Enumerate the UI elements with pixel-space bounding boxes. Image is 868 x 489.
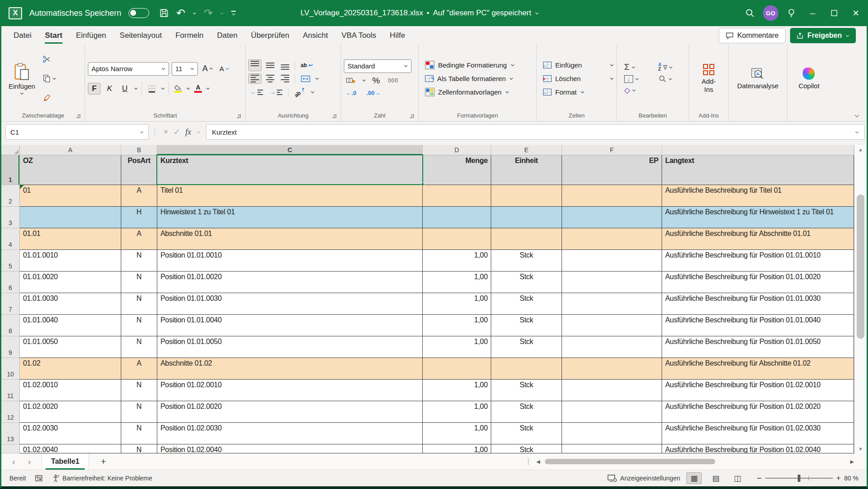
delete-cells-button[interactable]: ×Löschen <box>543 73 614 84</box>
cell-F2[interactable] <box>562 185 662 207</box>
dialog-launcher-icon[interactable] <box>410 114 414 118</box>
cell-E1[interactable]: Einheit <box>491 155 562 185</box>
cell-F13[interactable] <box>562 423 662 444</box>
clear-button[interactable]: ◇ <box>624 86 652 95</box>
zoom-out-button[interactable]: − <box>757 474 762 483</box>
accounting-format-button[interactable] <box>344 76 357 85</box>
macro-record-icon[interactable] <box>34 474 43 483</box>
cell-B1[interactable]: PosArt <box>121 155 157 185</box>
cell-A1[interactable]: OZ <box>20 155 121 185</box>
dropdown-chevron[interactable] <box>134 86 137 90</box>
column-header-B[interactable]: B <box>121 145 157 155</box>
cell-C10[interactable]: Abschnitte 01.02 <box>157 358 423 380</box>
row-header-1[interactable]: 1 <box>1 155 20 185</box>
cell-E7[interactable]: Stck <box>491 293 562 315</box>
cell-F10[interactable] <box>562 358 662 380</box>
cell-D5[interactable]: 1,00 <box>423 250 491 272</box>
cell-B7[interactable]: N <box>121 293 157 315</box>
increase-decimal-button[interactable]: ←.0 <box>344 89 358 97</box>
cell-A3[interactable] <box>20 207 121 228</box>
next-sheet-icon[interactable]: › <box>28 457 31 467</box>
column-header-A[interactable]: A <box>20 145 121 155</box>
decrease-indent-button[interactable]: ← <box>248 88 265 96</box>
cell-B5[interactable]: N <box>121 250 157 272</box>
maximize-button[interactable] <box>823 0 845 26</box>
zoom-level[interactable]: 80 % <box>844 475 859 482</box>
format-as-table-button[interactable]: ✎ Als Tabelle formatieren <box>425 73 534 84</box>
row-header-12[interactable]: 12 <box>1 401 20 423</box>
tab-daten[interactable]: Daten <box>210 26 244 45</box>
grow-font-button[interactable]: A <box>201 63 215 74</box>
cell-B10[interactable]: A <box>121 358 157 380</box>
cell-G13[interactable]: Ausführliche Beschreibung für Position 0… <box>662 423 854 444</box>
dropdown-chevron[interactable] <box>511 63 514 66</box>
cell-A11[interactable]: 01.02.0010 <box>20 380 121 401</box>
cell-F9[interactable] <box>562 336 662 358</box>
dropdown-chevron[interactable] <box>20 91 23 94</box>
find-select-button[interactable] <box>658 75 686 83</box>
percent-style-button[interactable]: % <box>370 75 382 86</box>
cell-C4[interactable]: Abschnitte 01.01 <box>157 228 423 250</box>
cell-C12[interactable]: Position 01.02.0020 <box>157 401 423 423</box>
cell-D9[interactable]: 1,00 <box>423 336 491 358</box>
top-align-button[interactable] <box>248 59 261 71</box>
dropdown-chevron[interactable] <box>610 77 613 80</box>
copilot-button[interactable]: Copilot <box>795 48 823 109</box>
dropdown-chevron[interactable] <box>669 65 672 68</box>
cell-G3[interactable]: Ausführliche Beschreibung für Hinweistex… <box>662 207 854 228</box>
scroll-down-icon[interactable]: ▼ <box>858 446 863 452</box>
lightbulb-icon[interactable] <box>781 0 802 26</box>
dropdown-chevron[interactable] <box>610 63 613 66</box>
increase-indent-button[interactable]: → <box>268 88 284 96</box>
copy-button[interactable] <box>41 73 58 84</box>
cell-G9[interactable]: Ausführliche Beschreibung für Position 0… <box>662 336 854 358</box>
cell-A12[interactable]: 01.02.0020 <box>20 401 121 423</box>
cell-C1[interactable]: Kurztext <box>157 155 423 185</box>
row-header-8[interactable]: 8 <box>1 315 20 336</box>
cell-A6[interactable]: 01.01.0020 <box>20 272 121 293</box>
vertical-scrollbar-thumb[interactable] <box>857 195 864 339</box>
cell-E8[interactable]: Stck <box>491 315 562 336</box>
zoom-slider-thumb[interactable] <box>798 475 800 482</box>
cell-D12[interactable]: 1,00 <box>423 401 491 423</box>
cell-G4[interactable]: Ausführliche Beschreibung für Abschnitte… <box>662 228 854 250</box>
select-all-corner[interactable] <box>1 145 20 155</box>
cell-C6[interactable]: Position 01.01.0020 <box>157 272 423 293</box>
cell-E5[interactable]: Stck <box>491 250 562 272</box>
excel-logo-icon[interactable]: X <box>9 7 22 19</box>
add-sheet-button[interactable]: + <box>89 453 118 470</box>
comments-button[interactable]: Kommentare <box>719 28 786 43</box>
cell-G8[interactable]: Ausführliche Beschreibung für Position 0… <box>662 315 854 336</box>
cell-A10[interactable]: 01.02 <box>20 358 121 380</box>
cell-C7[interactable]: Position 01.01.0030 <box>157 293 423 315</box>
cell-C3[interactable]: Hinweistext 1 zu Titel 01 <box>157 207 423 228</box>
dialog-launcher-icon[interactable] <box>76 114 80 118</box>
close-button[interactable]: × <box>845 0 867 26</box>
cell-F11[interactable] <box>562 380 662 401</box>
cell-A8[interactable]: 01.01.0040 <box>20 315 121 336</box>
cell-G5[interactable]: Ausführliche Beschreibung für Position 0… <box>662 250 854 272</box>
dropdown-chevron[interactable] <box>161 86 164 90</box>
cell-A5[interactable]: 01.01.0010 <box>20 250 121 272</box>
cell-F5[interactable] <box>562 250 662 272</box>
number-format-select[interactable]: Standard <box>344 59 411 73</box>
dropdown-chevron[interactable] <box>362 78 365 82</box>
page-break-view-button[interactable]: ◫ <box>730 472 745 484</box>
format-cells-button[interactable]: ↔Format <box>543 87 614 98</box>
column-header-E[interactable]: E <box>491 145 562 155</box>
name-box[interactable]: C1 <box>5 124 149 140</box>
tab-einfügen[interactable]: Einfügen <box>69 26 113 45</box>
comma-style-button[interactable]: 000 <box>386 77 400 85</box>
sort-filter-button[interactable]: AZ∇ <box>658 62 686 72</box>
cell-A4[interactable]: 01.01 <box>20 228 121 250</box>
cell-A9[interactable]: 01.01.0050 <box>20 336 121 358</box>
document-title[interactable]: LV_Vorlage_20250316_173618.xlsx • Auf "d… <box>301 0 539 26</box>
dropdown-chevron[interactable] <box>315 77 319 80</box>
save-icon[interactable] <box>159 8 169 18</box>
cell-B6[interactable]: N <box>121 272 157 293</box>
row-header-4[interactable]: 4 <box>1 228 20 250</box>
page-layout-view-button[interactable]: ▤ <box>708 472 723 484</box>
cell-G1[interactable]: Langtext <box>662 155 854 185</box>
share-button[interactable]: Freigeben <box>790 28 856 43</box>
row-header-3[interactable]: 3 <box>1 207 20 228</box>
